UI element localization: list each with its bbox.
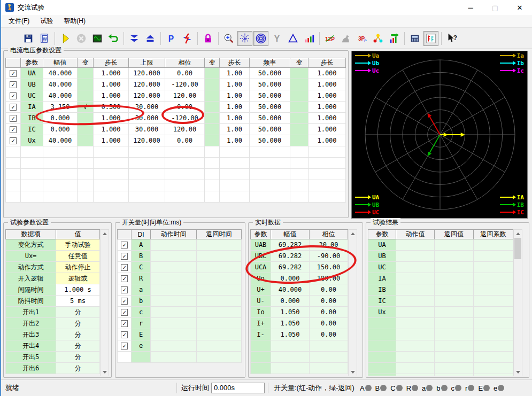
menu-test[interactable]: 试验 xyxy=(35,15,58,27)
data-value-cell[interactable]: 分 xyxy=(56,352,100,363)
step-cell[interactable] xyxy=(94,158,129,169)
step-cell[interactable]: 1.000 xyxy=(309,135,346,146)
3p-button[interactable]: 3PP xyxy=(354,31,369,46)
limit-cell[interactable]: 30.000 xyxy=(129,113,165,124)
limit-cell[interactable] xyxy=(129,191,165,203)
minimize-button[interactable]: ─ xyxy=(458,0,483,15)
rays-button[interactable] xyxy=(237,31,252,46)
vary-flag-cell[interactable] xyxy=(78,146,94,158)
step-cell[interactable]: 1.000 xyxy=(309,79,346,90)
amplitude-cell[interactable]: 40.000 xyxy=(43,79,78,90)
step-cell[interactable]: 1.000 xyxy=(94,90,129,102)
undo-button[interactable] xyxy=(106,31,121,46)
k-chart-button[interactable] xyxy=(423,31,438,46)
frequency-cell[interactable] xyxy=(250,169,290,180)
step-cell[interactable]: 0.300 xyxy=(94,102,129,113)
row-checkbox[interactable]: ✓ xyxy=(10,137,17,144)
zoom-button[interactable] xyxy=(221,31,236,46)
amplitude-cell[interactable]: 0.000 xyxy=(43,113,78,124)
save-button[interactable] xyxy=(21,31,36,46)
step-cell[interactable] xyxy=(94,169,129,180)
limit-cell[interactable] xyxy=(129,169,165,180)
phase-cell[interactable]: 0.00 xyxy=(165,102,205,113)
vary-flag-cell[interactable] xyxy=(290,124,309,135)
phase-cell[interactable]: -120.00 xyxy=(165,113,205,124)
vary-flag-cell[interactable] xyxy=(78,191,94,203)
step-cell[interactable] xyxy=(220,169,250,180)
row-checkbox[interactable]: ✓ xyxy=(10,81,17,88)
phase-p-button[interactable]: P xyxy=(164,31,179,46)
step-cell[interactable] xyxy=(309,169,346,180)
row-checkbox[interactable]: ✓ xyxy=(121,275,128,282)
step-cell[interactable]: 1.000 xyxy=(94,124,129,135)
scrollbar[interactable] xyxy=(348,229,357,376)
step-cell[interactable]: 1.000 xyxy=(94,135,129,146)
export-chart-button[interactable] xyxy=(387,31,402,46)
limit-cell[interactable]: 120.000 xyxy=(129,90,165,102)
vary-flag-cell[interactable] xyxy=(205,158,220,169)
frequency-cell[interactable]: 50.000 xyxy=(250,135,290,146)
frequency-cell[interactable]: 50.000 xyxy=(250,102,290,113)
limit-cell[interactable] xyxy=(129,158,165,169)
row-checkbox[interactable]: ✓ xyxy=(121,298,128,305)
scrollbar[interactable] xyxy=(100,229,109,376)
waveform-button[interactable] xyxy=(90,31,105,46)
phase-cell[interactable] xyxy=(165,191,205,203)
step-cell[interactable] xyxy=(94,146,129,158)
phase-cell[interactable]: -120.00 xyxy=(165,79,205,90)
row-checkbox[interactable]: ✓ xyxy=(121,309,128,316)
step-cell[interactable] xyxy=(309,180,346,191)
data-value-cell[interactable]: 逻辑或 xyxy=(56,273,100,284)
open-button[interactable] xyxy=(5,31,20,46)
step-cell[interactable] xyxy=(220,191,250,203)
step-cell[interactable]: 1.00 xyxy=(220,102,250,113)
step-cell[interactable]: 1.000 xyxy=(309,113,346,124)
step-cell[interactable]: 1.000 xyxy=(309,90,346,102)
row-checkbox[interactable]: ✓ xyxy=(121,320,128,327)
vary-flag-cell[interactable]: √ xyxy=(78,102,94,113)
amplitude-cell[interactable] xyxy=(43,180,78,191)
phase-cell[interactable]: 0.00 xyxy=(165,68,205,79)
amplitude-cell[interactable] xyxy=(43,158,78,169)
menu-file[interactable]: 文件(F) xyxy=(3,15,35,27)
step-cell[interactable]: 1.000 xyxy=(309,68,346,79)
vary-flag-cell[interactable] xyxy=(290,135,309,146)
vary-flag-cell[interactable] xyxy=(78,169,94,180)
amplitude-cell[interactable]: 40.000 xyxy=(43,68,78,79)
data-value-cell[interactable]: 动作停止 xyxy=(56,262,100,273)
step-cell[interactable] xyxy=(94,180,129,191)
frequency-cell[interactable]: 50.000 xyxy=(250,113,290,124)
raise-output-button[interactable] xyxy=(143,31,158,46)
data-value-cell[interactable]: 手动试验 xyxy=(56,239,100,251)
frequency-cell[interactable] xyxy=(250,146,290,158)
frequency-cell[interactable]: 50.000 xyxy=(250,79,290,90)
data-value-cell[interactable]: 5 ms xyxy=(56,296,100,307)
row-checkbox[interactable]: ✓ xyxy=(10,115,17,122)
scrollbar[interactable] xyxy=(513,229,522,376)
close-button[interactable]: ✕ xyxy=(507,0,532,15)
phase-cell[interactable] xyxy=(165,169,205,180)
vary-flag-cell[interactable] xyxy=(205,90,220,102)
frequency-cell[interactable] xyxy=(250,191,290,203)
data-value-cell[interactable]: 分 xyxy=(56,329,100,340)
row-checkbox[interactable]: ✓ xyxy=(10,126,17,133)
vary-flag-cell[interactable] xyxy=(78,135,94,146)
row-checkbox[interactable]: ✓ xyxy=(121,286,128,293)
triangle-button[interactable] xyxy=(286,31,300,46)
phase-cell[interactable]: 120.00 xyxy=(165,124,205,135)
frequency-cell[interactable] xyxy=(250,158,290,169)
export-report-button[interactable]: W xyxy=(37,31,52,46)
vary-flag-cell[interactable] xyxy=(290,158,309,169)
limit-cell[interactable]: 120.000 xyxy=(129,68,165,79)
menu-help[interactable]: 帮助(H) xyxy=(58,15,91,27)
step-cell[interactable] xyxy=(220,146,250,158)
stop-button[interactable] xyxy=(74,31,89,46)
lock-button[interactable] xyxy=(201,31,215,46)
limit-cell[interactable] xyxy=(129,146,165,158)
vary-flag-cell[interactable] xyxy=(78,113,94,124)
limit-cell[interactable]: 120.000 xyxy=(129,135,165,146)
vary-flag-cell[interactable] xyxy=(290,191,309,203)
row-checkbox[interactable]: ✓ xyxy=(10,70,17,77)
amplitude-cell[interactable]: 40.000 xyxy=(43,135,78,146)
vary-flag-cell[interactable] xyxy=(205,191,220,203)
